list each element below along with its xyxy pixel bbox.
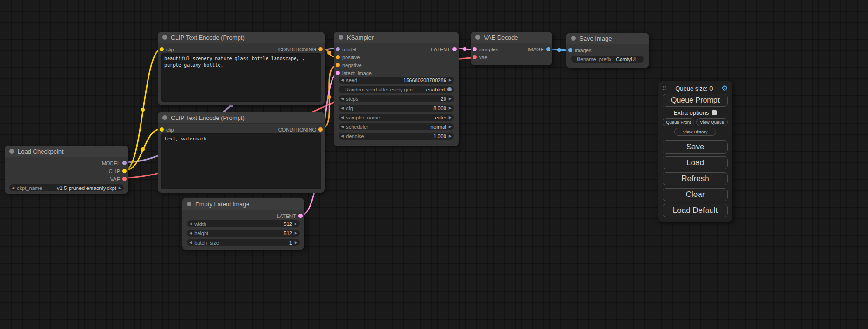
load-default-button[interactable]: Load Default <box>663 204 728 217</box>
node-collapse-dot[interactable] <box>187 202 191 206</box>
node-collapse-dot[interactable] <box>571 36 576 41</box>
node-graph-canvas[interactable]: Load Checkpoint MODEL CLIP VAE ◀ ckpt_na… <box>0 0 868 329</box>
scheduler-widget[interactable]: ◀ scheduler normal ▶ <box>339 123 454 130</box>
input-label: latent_image <box>342 70 372 76</box>
decrement-arrow-icon[interactable]: ◀ <box>341 125 344 129</box>
view-queue-button[interactable]: View Queue <box>696 118 728 126</box>
slot-row: MODEL <box>5 159 128 167</box>
node-title-bar[interactable]: CLIP Text Encode (Prompt) <box>158 112 325 124</box>
wire-midpoint-dot <box>141 108 145 112</box>
node-title: Load Checkpoint <box>18 148 64 155</box>
node-ksampler[interactable]: KSampler model LATENT positive negative … <box>334 32 459 146</box>
increment-arrow-icon[interactable]: ▶ <box>295 222 297 226</box>
positive-prompt-textarea[interactable]: beautiful scenery nature glass bottle la… <box>161 53 321 102</box>
wire-midpoint-dot <box>141 147 145 151</box>
save-button[interactable]: Save <box>663 140 728 154</box>
conditioning-output-port[interactable] <box>318 127 323 132</box>
drag-handle-icon[interactable]: ⠿ <box>663 85 666 91</box>
latent-output-port[interactable] <box>452 47 457 51</box>
decrement-arrow-icon[interactable]: ◀ <box>341 97 344 101</box>
node-title-bar[interactable]: KSampler <box>334 32 459 43</box>
node-collapse-dot[interactable] <box>162 115 167 120</box>
steps-widget[interactable]: ◀ steps 20 ▶ <box>339 95 454 102</box>
queue-front-button[interactable]: Queue Front <box>663 118 694 126</box>
node-save-image[interactable]: Save Image images filename_prefix ComfyU… <box>566 33 649 68</box>
batch-size-widget[interactable]: ◀ batch_size 1 ▶ <box>187 239 300 246</box>
slot-row: LATENT <box>182 212 304 220</box>
widget-label: batch_size <box>194 240 219 245</box>
model-input-port[interactable] <box>336 47 340 51</box>
widget-value: 20 <box>441 96 446 102</box>
seed-widget[interactable]: ◀ seed 156680208700286 ▶ <box>339 77 454 84</box>
node-collapse-dot[interactable] <box>162 35 167 40</box>
node-clip-text-encode-negative[interactable]: CLIP Text Encode (Prompt) clip CONDITION… <box>158 112 325 193</box>
ckpt-name-widget[interactable]: ◀ ckpt_name v1-5-pruned-emaonly.ckpt ▶ <box>9 184 124 191</box>
refresh-button[interactable]: Refresh <box>663 172 728 185</box>
increment-arrow-icon[interactable]: ▶ <box>295 241 297 245</box>
node-vae-decode[interactable]: VAE Decode samples IMAGE vae <box>471 32 552 65</box>
slot-row: clip CONDITIONING <box>158 126 325 133</box>
latent-output-port[interactable] <box>298 214 303 218</box>
increment-arrow-icon[interactable]: ▶ <box>449 125 452 129</box>
queue-prompt-button[interactable]: Queue Prompt <box>663 94 728 107</box>
decrement-arrow-icon[interactable]: ◀ <box>189 222 192 226</box>
slot-row: latent_image <box>334 69 459 77</box>
image-output-port[interactable] <box>546 47 550 51</box>
random-seed-toggle-widget[interactable]: Random seed after every gen enabled <box>339 86 454 93</box>
clip-input-port[interactable] <box>160 47 164 51</box>
widget-label: width <box>194 221 206 227</box>
model-output-port[interactable] <box>122 161 127 165</box>
node-load-checkpoint[interactable]: Load Checkpoint MODEL CLIP VAE ◀ ckpt_na… <box>5 146 128 194</box>
extra-options-checkbox[interactable] <box>712 110 717 115</box>
node-title: KSampler <box>347 34 374 41</box>
node-title-bar[interactable]: Empty Latent Image <box>182 198 304 210</box>
load-button[interactable]: Load <box>663 156 728 169</box>
clear-button[interactable]: Clear <box>663 188 728 201</box>
decrement-arrow-icon[interactable]: ◀ <box>341 134 344 138</box>
node-empty-latent-image[interactable]: Empty Latent Image LATENT ◀ width 512 ▶ … <box>182 198 304 250</box>
toggle-dot[interactable] <box>447 87 452 91</box>
increment-arrow-icon[interactable]: ▶ <box>119 186 121 190</box>
negative-input-port[interactable] <box>336 63 340 67</box>
node-title-bar[interactable]: Save Image <box>566 33 649 44</box>
clip-output-port[interactable] <box>122 169 127 173</box>
increment-arrow-icon[interactable]: ▶ <box>449 106 452 110</box>
decrement-arrow-icon[interactable]: ◀ <box>189 231 192 235</box>
cfg-widget[interactable]: ◀ cfg 8.000 ▶ <box>339 105 454 112</box>
decrement-arrow-icon[interactable]: ◀ <box>341 78 344 82</box>
clip-input-port[interactable] <box>160 127 164 132</box>
node-collapse-dot[interactable] <box>475 35 480 40</box>
negative-prompt-textarea[interactable]: text, watermark <box>161 133 321 189</box>
settings-gear-icon[interactable]: ⚙ <box>722 84 728 92</box>
decrement-arrow-icon[interactable]: ◀ <box>189 241 192 245</box>
filename-prefix-widget[interactable]: filename_prefix ComfyUI <box>571 56 644 63</box>
increment-arrow-icon[interactable]: ▶ <box>449 78 452 82</box>
decrement-arrow-icon[interactable]: ◀ <box>341 106 344 110</box>
node-clip-text-encode-positive[interactable]: CLIP Text Encode (Prompt) clip CONDITION… <box>158 32 325 105</box>
height-widget[interactable]: ◀ height 512 ▶ <box>187 230 300 237</box>
sampler-name-widget[interactable]: ◀ sampler_name euler ▶ <box>339 114 454 121</box>
node-title-bar[interactable]: Load Checkpoint <box>5 146 128 157</box>
increment-arrow-icon[interactable]: ▶ <box>449 97 452 101</box>
images-input-port[interactable] <box>568 48 572 52</box>
conditioning-output-port[interactable] <box>318 47 323 51</box>
node-title-bar[interactable]: CLIP Text Encode (Prompt) <box>158 32 325 43</box>
increment-arrow-icon[interactable]: ▶ <box>449 116 452 119</box>
positive-input-port[interactable] <box>336 55 340 59</box>
wire-midpoint-dot <box>557 48 561 52</box>
increment-arrow-icon[interactable]: ▶ <box>295 231 297 235</box>
view-history-button[interactable]: View History <box>674 128 716 136</box>
samples-input-port[interactable] <box>473 47 477 51</box>
vae-output-port[interactable] <box>122 177 127 181</box>
latent-image-input-port[interactable] <box>336 71 340 75</box>
node-collapse-dot[interactable] <box>9 149 14 154</box>
increment-arrow-icon[interactable]: ▶ <box>449 134 452 138</box>
node-collapse-dot[interactable] <box>339 35 343 40</box>
decrement-arrow-icon[interactable]: ◀ <box>341 116 344 119</box>
denoise-widget[interactable]: ◀ denoise 1.000 ▶ <box>339 133 454 140</box>
vae-input-port[interactable] <box>473 55 477 59</box>
slot-row: samples IMAGE <box>471 45 552 53</box>
node-title-bar[interactable]: VAE Decode <box>471 32 552 43</box>
decrement-arrow-icon[interactable]: ◀ <box>12 186 14 190</box>
width-widget[interactable]: ◀ width 512 ▶ <box>187 220 300 227</box>
